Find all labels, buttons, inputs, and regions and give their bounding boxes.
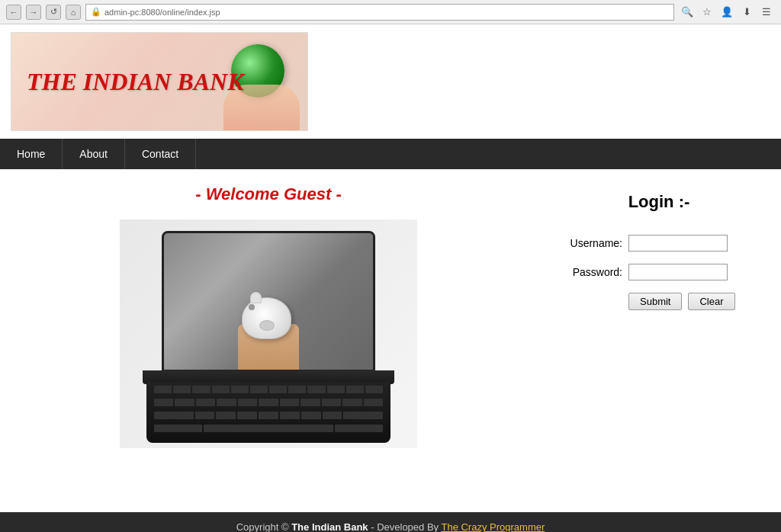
laptop-illustration bbox=[135, 231, 402, 437]
welcome-text: - Welcome Guest - bbox=[195, 184, 342, 204]
site-footer: Copyright © The Indian Bank - Developed … bbox=[0, 512, 781, 532]
search-icon[interactable]: 🔍 bbox=[679, 4, 696, 21]
login-form: Username: Password: Submit Clear bbox=[552, 235, 766, 310]
right-section: Login :- Username: Password: Submit Clea… bbox=[537, 169, 781, 512]
nav-bar: Home About Contact bbox=[0, 139, 781, 169]
reload-button[interactable]: ↺ bbox=[46, 5, 61, 20]
laptop-screen-inner bbox=[164, 233, 373, 370]
footer-bank-name: The Indian Bank bbox=[291, 521, 368, 532]
star-icon[interactable]: ☆ bbox=[699, 4, 715, 21]
browser-right-icons: 🔍 ☆ 👤 ⬇ ☰ bbox=[679, 4, 775, 21]
laptop-keyboard bbox=[146, 382, 390, 443]
main-content: - Welcome Guest - bbox=[0, 169, 781, 512]
home-button[interactable]: ⌂ bbox=[66, 5, 81, 20]
username-input[interactable] bbox=[628, 235, 728, 252]
username-label: Username: bbox=[552, 237, 628, 249]
bank-title: THE INDIAN BANK bbox=[11, 68, 244, 96]
footer-developer-link[interactable]: The Crazy Programmer bbox=[441, 521, 545, 532]
lock-icon: 🔒 bbox=[91, 7, 101, 17]
footer-separator: - Developed By bbox=[371, 521, 441, 532]
page-wrapper: THE INDIAN BANK Home About Contact - Wel… bbox=[0, 24, 781, 532]
submit-button[interactable]: Submit bbox=[628, 293, 682, 310]
footer-copyright: Copyright © bbox=[236, 521, 291, 532]
back-button[interactable]: ← bbox=[6, 5, 21, 20]
download-icon[interactable]: ⬇ bbox=[738, 4, 755, 21]
user-icon[interactable]: 👤 bbox=[718, 4, 735, 21]
menu-icon[interactable]: ☰ bbox=[758, 4, 775, 21]
address-bar[interactable]: 🔒 admin-pc:8080/online/index.jsp bbox=[85, 4, 674, 21]
url-text: admin-pc:8080/online/index.jsp bbox=[104, 8, 220, 17]
nav-contact[interactable]: Contact bbox=[125, 139, 196, 169]
login-title: Login :- bbox=[628, 192, 690, 212]
password-label: Password: bbox=[552, 266, 628, 278]
nav-about[interactable]: About bbox=[63, 139, 125, 169]
site-header: THE INDIAN BANK bbox=[0, 24, 781, 139]
forward-button[interactable]: → bbox=[26, 5, 41, 20]
password-input[interactable] bbox=[628, 264, 728, 280]
browser-chrome: ← → ↺ ⌂ 🔒 admin-pc:8080/online/index.jsp… bbox=[0, 0, 781, 24]
banner: THE INDIAN BANK bbox=[11, 32, 308, 131]
hero-image bbox=[120, 220, 417, 448]
nav-home[interactable]: Home bbox=[0, 139, 63, 169]
form-buttons: Submit Clear bbox=[628, 293, 766, 310]
clear-button[interactable]: Clear bbox=[688, 293, 734, 310]
laptop-screen bbox=[162, 231, 375, 372]
password-row: Password: bbox=[552, 264, 766, 280]
left-section: - Welcome Guest - bbox=[0, 169, 537, 512]
username-row: Username: bbox=[552, 235, 766, 252]
